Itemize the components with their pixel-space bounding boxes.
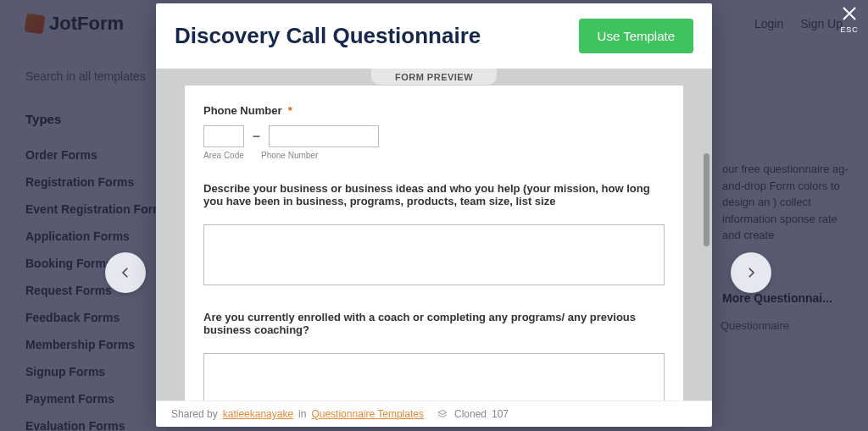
phone-label: Phone Number * xyxy=(203,104,665,117)
modal-footer: Shared by katieekanayake in Questionnair… xyxy=(156,401,712,427)
modal-title: Discovery Call Questionnaire xyxy=(175,23,562,49)
question-1-label: Describe your business or business ideas… xyxy=(203,182,665,207)
use-template-button[interactable]: Use Template xyxy=(579,19,693,53)
phone-number-sublabel: Phone Number xyxy=(261,151,318,160)
phone-sublabels: Area Code Phone Number xyxy=(203,151,665,160)
modal-header: Discovery Call Questionnaire Use Templat… xyxy=(156,3,712,69)
esc-label: ESC xyxy=(839,25,860,34)
form-preview-content: Phone Number * – Area Code Phone Number … xyxy=(185,86,683,401)
question-block-2: Are you currently enrolled with a coach … xyxy=(203,311,665,401)
area-code-sublabel: Area Code xyxy=(203,151,244,160)
phone-dash: – xyxy=(253,129,260,144)
cloned-label: Cloned xyxy=(454,408,487,420)
question-2-textarea[interactable] xyxy=(203,353,665,401)
phone-label-text: Phone Number xyxy=(203,104,281,117)
shared-by-label: Shared by xyxy=(171,408,218,420)
prev-template-button[interactable] xyxy=(105,252,146,293)
chevron-right-icon xyxy=(743,265,759,280)
close-button[interactable]: ESC xyxy=(839,3,860,34)
scrollbar-thumb[interactable] xyxy=(704,153,709,246)
form-preview-label: FORM PREVIEW xyxy=(371,69,497,85)
area-code-input[interactable] xyxy=(203,125,244,147)
cloned-icon xyxy=(437,409,448,419)
close-icon xyxy=(839,3,860,24)
required-asterisk: * xyxy=(288,104,292,117)
author-link[interactable]: katieekanayake xyxy=(223,408,293,420)
phone-input-row: – xyxy=(203,125,665,147)
question-block-1: Describe your business or business ideas… xyxy=(203,182,665,289)
in-label: in xyxy=(298,408,306,420)
cloned-count: 107 xyxy=(492,408,509,420)
next-template-button[interactable] xyxy=(731,252,771,293)
question-1-textarea[interactable] xyxy=(203,224,665,285)
form-preview-area: FORM PREVIEW Phone Number * – Area Code … xyxy=(156,69,712,401)
question-2-label: Are you currently enrolled with a coach … xyxy=(203,311,665,336)
phone-number-input[interactable] xyxy=(269,125,379,147)
category-link[interactable]: Questionnaire Templates xyxy=(311,408,424,420)
template-modal: Discovery Call Questionnaire Use Templat… xyxy=(156,3,712,427)
chevron-left-icon xyxy=(118,265,133,280)
